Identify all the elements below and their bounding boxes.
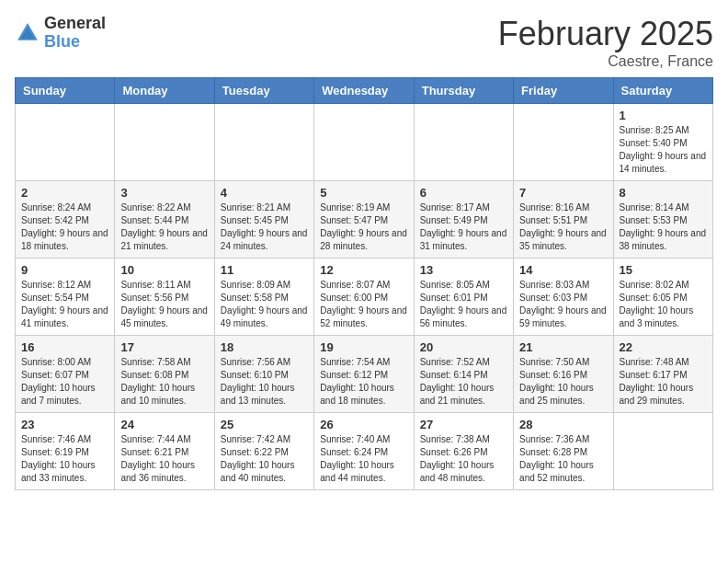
- day-info: Sunrise: 7:54 AM Sunset: 6:12 PM Dayligh…: [320, 356, 407, 408]
- day-info: Sunrise: 8:12 AM Sunset: 5:54 PM Dayligh…: [21, 279, 108, 330]
- day-number: 19: [320, 340, 407, 354]
- calendar-week-row: 1Sunrise: 8:25 AM Sunset: 5:40 PM Daylig…: [16, 104, 713, 181]
- weekday-header: Friday: [514, 78, 613, 104]
- calendar-cell: 24Sunrise: 7:44 AM Sunset: 6:21 PM Dayli…: [115, 413, 214, 490]
- day-info: Sunrise: 8:00 AM Sunset: 6:07 PM Dayligh…: [21, 356, 108, 408]
- day-info: Sunrise: 7:38 AM Sunset: 6:26 PM Dayligh…: [420, 433, 507, 485]
- day-info: Sunrise: 8:19 AM Sunset: 5:47 PM Dayligh…: [320, 201, 407, 253]
- day-number: 5: [320, 186, 407, 200]
- calendar-week-row: 16Sunrise: 8:00 AM Sunset: 6:07 PM Dayli…: [16, 336, 713, 413]
- day-number: 25: [221, 418, 308, 431]
- day-info: Sunrise: 7:42 AM Sunset: 6:22 PM Dayligh…: [221, 433, 308, 485]
- day-number: 17: [120, 340, 208, 354]
- page-header: General Blue February 2025 Caestre, Fran…: [15, 15, 713, 70]
- weekday-header: Sunday: [16, 78, 115, 104]
- calendar-cell: [414, 104, 513, 181]
- logo-text: General Blue: [44, 15, 106, 52]
- calendar-cell: 6Sunrise: 8:17 AM Sunset: 5:49 PM Daylig…: [414, 181, 513, 259]
- day-number: 23: [21, 418, 108, 431]
- logo: General Blue: [15, 15, 106, 52]
- day-number: 1: [620, 109, 707, 122]
- calendar-cell: 2Sunrise: 8:24 AM Sunset: 5:42 PM Daylig…: [16, 181, 115, 259]
- weekday-header: Wednesday: [314, 78, 414, 104]
- calendar-cell: 4Sunrise: 8:21 AM Sunset: 5:45 PM Daylig…: [214, 181, 313, 259]
- calendar-cell: [16, 104, 115, 181]
- day-info: Sunrise: 7:36 AM Sunset: 6:28 PM Dayligh…: [519, 433, 607, 485]
- day-info: Sunrise: 8:09 AM Sunset: 5:58 PM Dayligh…: [221, 279, 308, 330]
- day-number: 10: [120, 263, 208, 277]
- day-info: Sunrise: 7:58 AM Sunset: 6:08 PM Dayligh…: [120, 356, 208, 408]
- calendar-cell: 21Sunrise: 7:50 AM Sunset: 6:16 PM Dayli…: [514, 336, 613, 413]
- calendar-subtitle: Caestre, France: [498, 53, 713, 70]
- day-number: 18: [221, 340, 308, 354]
- day-number: 8: [620, 186, 707, 200]
- day-info: Sunrise: 7:50 AM Sunset: 6:16 PM Dayligh…: [519, 356, 607, 408]
- day-number: 7: [519, 186, 607, 200]
- day-info: Sunrise: 8:07 AM Sunset: 6:00 PM Dayligh…: [320, 279, 407, 330]
- day-number: 2: [21, 186, 108, 200]
- day-info: Sunrise: 8:03 AM Sunset: 6:03 PM Dayligh…: [519, 279, 607, 330]
- day-number: 13: [420, 263, 507, 277]
- day-number: 20: [420, 340, 507, 354]
- day-number: 12: [320, 263, 407, 277]
- day-number: 9: [21, 263, 108, 277]
- calendar-cell: 11Sunrise: 8:09 AM Sunset: 5:58 PM Dayli…: [214, 259, 313, 336]
- calendar-week-row: 2Sunrise: 8:24 AM Sunset: 5:42 PM Daylig…: [16, 181, 713, 259]
- calendar-cell: [214, 104, 313, 181]
- calendar-cell: 10Sunrise: 8:11 AM Sunset: 5:56 PM Dayli…: [115, 259, 214, 336]
- day-info: Sunrise: 8:24 AM Sunset: 5:42 PM Dayligh…: [21, 201, 108, 253]
- calendar-cell: 27Sunrise: 7:38 AM Sunset: 6:26 PM Dayli…: [414, 413, 513, 490]
- calendar-cell: 5Sunrise: 8:19 AM Sunset: 5:47 PM Daylig…: [314, 181, 414, 259]
- day-number: 6: [420, 186, 507, 200]
- day-info: Sunrise: 7:52 AM Sunset: 6:14 PM Dayligh…: [420, 356, 507, 408]
- title-block: February 2025 Caestre, France: [498, 15, 713, 70]
- calendar-cell: 19Sunrise: 7:54 AM Sunset: 6:12 PM Dayli…: [314, 336, 414, 413]
- calendar-cell: 14Sunrise: 8:03 AM Sunset: 6:03 PM Dayli…: [514, 259, 613, 336]
- calendar-cell: 28Sunrise: 7:36 AM Sunset: 6:28 PM Dayli…: [514, 413, 613, 490]
- calendar-table: SundayMondayTuesdayWednesdayThursdayFrid…: [15, 77, 713, 490]
- calendar-cell: 26Sunrise: 7:40 AM Sunset: 6:24 PM Dayli…: [314, 413, 414, 490]
- day-info: Sunrise: 8:25 AM Sunset: 5:40 PM Dayligh…: [620, 124, 707, 176]
- day-number: 22: [620, 340, 707, 354]
- calendar-cell: [613, 413, 712, 490]
- calendar-cell: 7Sunrise: 8:16 AM Sunset: 5:51 PM Daylig…: [514, 181, 613, 259]
- weekday-header: Monday: [115, 78, 214, 104]
- calendar-cell: 15Sunrise: 8:02 AM Sunset: 6:05 PM Dayli…: [613, 259, 712, 336]
- day-info: Sunrise: 7:40 AM Sunset: 6:24 PM Dayligh…: [320, 433, 407, 485]
- day-info: Sunrise: 7:56 AM Sunset: 6:10 PM Dayligh…: [221, 356, 308, 408]
- calendar-cell: 3Sunrise: 8:22 AM Sunset: 5:44 PM Daylig…: [115, 181, 214, 259]
- day-number: 15: [620, 263, 707, 277]
- day-info: Sunrise: 8:05 AM Sunset: 6:01 PM Dayligh…: [420, 279, 507, 330]
- calendar-cell: 16Sunrise: 8:00 AM Sunset: 6:07 PM Dayli…: [16, 336, 115, 413]
- calendar-cell: 20Sunrise: 7:52 AM Sunset: 6:14 PM Dayli…: [414, 336, 513, 413]
- day-number: 11: [221, 263, 308, 277]
- day-info: Sunrise: 7:44 AM Sunset: 6:21 PM Dayligh…: [120, 433, 208, 485]
- day-number: 16: [21, 340, 108, 354]
- logo-icon: [15, 20, 40, 46]
- day-info: Sunrise: 8:11 AM Sunset: 5:56 PM Dayligh…: [120, 279, 208, 330]
- calendar-week-row: 23Sunrise: 7:46 AM Sunset: 6:19 PM Dayli…: [16, 413, 713, 490]
- calendar-cell: 9Sunrise: 8:12 AM Sunset: 5:54 PM Daylig…: [16, 259, 115, 336]
- day-number: 26: [320, 418, 407, 431]
- logo-general: General: [44, 15, 106, 33]
- calendar-cell: 22Sunrise: 7:48 AM Sunset: 6:17 PM Dayli…: [613, 336, 712, 413]
- calendar-cell: 1Sunrise: 8:25 AM Sunset: 5:40 PM Daylig…: [613, 104, 712, 181]
- day-info: Sunrise: 8:14 AM Sunset: 5:53 PM Dayligh…: [620, 201, 707, 253]
- calendar-cell: [514, 104, 613, 181]
- calendar-cell: 17Sunrise: 7:58 AM Sunset: 6:08 PM Dayli…: [115, 336, 214, 413]
- day-info: Sunrise: 7:46 AM Sunset: 6:19 PM Dayligh…: [21, 433, 108, 485]
- calendar-cell: 12Sunrise: 8:07 AM Sunset: 6:00 PM Dayli…: [314, 259, 414, 336]
- day-number: 27: [420, 418, 507, 431]
- day-info: Sunrise: 8:16 AM Sunset: 5:51 PM Dayligh…: [519, 201, 607, 253]
- day-number: 14: [519, 263, 607, 277]
- day-number: 4: [221, 186, 308, 200]
- calendar-cell: [314, 104, 414, 181]
- day-info: Sunrise: 7:48 AM Sunset: 6:17 PM Dayligh…: [620, 356, 707, 408]
- calendar-week-row: 9Sunrise: 8:12 AM Sunset: 5:54 PM Daylig…: [16, 259, 713, 336]
- day-info: Sunrise: 8:02 AM Sunset: 6:05 PM Dayligh…: [620, 279, 707, 330]
- calendar-cell: 18Sunrise: 7:56 AM Sunset: 6:10 PM Dayli…: [214, 336, 313, 413]
- day-number: 28: [519, 418, 607, 431]
- weekday-header: Tuesday: [214, 78, 313, 104]
- weekday-header: Thursday: [414, 78, 513, 104]
- day-number: 3: [120, 186, 208, 200]
